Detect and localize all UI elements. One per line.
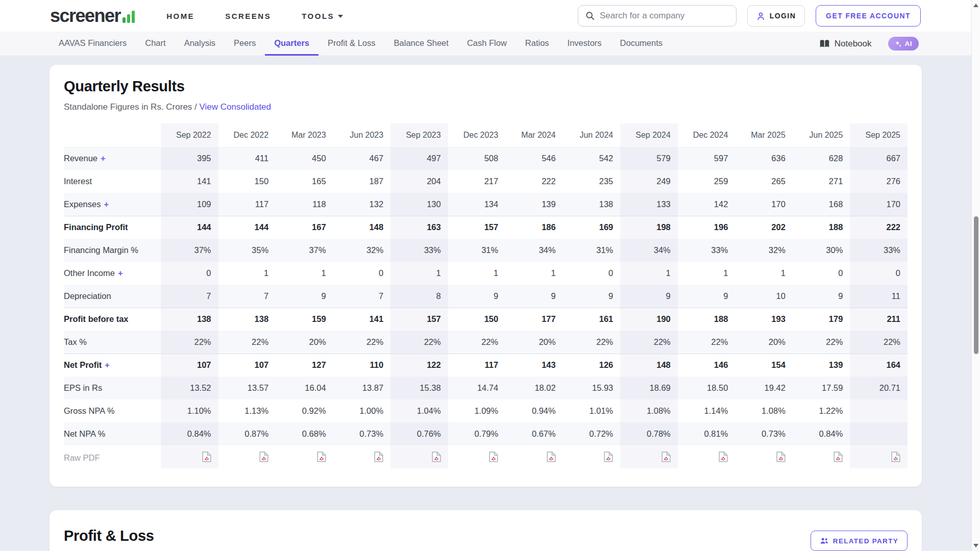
subnav-tab-balance-sheet[interactable]: Balance Sheet — [385, 32, 458, 56]
pdf-file-icon — [374, 452, 383, 462]
nav-item-screens[interactable]: SCREENS — [225, 12, 271, 20]
column-header-jun-2025: Jun 2025 — [793, 123, 850, 147]
pdf-cell — [678, 445, 736, 468]
raw-pdf-link[interactable] — [719, 452, 728, 464]
raw-pdf-link[interactable] — [489, 452, 498, 464]
pdf-file-icon — [719, 452, 728, 462]
value-cell: 0.81% — [678, 422, 736, 445]
scroll-up-button[interactable] — [973, 4, 978, 7]
row-label-text: Expenses — [64, 199, 101, 209]
expand-row-button[interactable]: + — [118, 268, 123, 278]
subnav-tab-documents[interactable]: Documents — [611, 32, 672, 56]
raw-pdf-link[interactable] — [374, 452, 383, 464]
subnav-tab-investors[interactable]: Investors — [558, 32, 611, 56]
value-cell: 193 — [735, 308, 793, 331]
value-cell: 222 — [505, 170, 563, 193]
quarterly-table: Sep 2022Dec 2022Mar 2023Jun 2023Sep 2023… — [64, 123, 908, 468]
scrollbar-thumb[interactable] — [974, 216, 978, 354]
raw-pdf-link[interactable] — [604, 452, 613, 464]
value-cell: 186 — [505, 216, 563, 239]
value-cell: 144 — [218, 216, 276, 239]
value-cell: 18.69 — [620, 377, 678, 399]
raw-pdf-link[interactable] — [259, 452, 268, 464]
value-cell: 14.74 — [448, 377, 506, 399]
value-cell: 154 — [735, 354, 793, 377]
raw-pdf-link[interactable] — [317, 452, 326, 464]
value-cell: 497 — [390, 147, 448, 170]
value-cell: 138 — [218, 308, 276, 331]
value-cell: 161 — [563, 308, 621, 331]
search-icon — [585, 11, 595, 21]
value-cell: 20% — [505, 331, 563, 354]
value-cell: 1 — [620, 262, 678, 285]
value-cell: 30% — [793, 239, 850, 262]
book-icon — [819, 39, 830, 48]
page-content: Quarterly Results Standalone Figures in … — [0, 56, 980, 551]
subnav-tab-peers[interactable]: Peers — [225, 32, 265, 56]
subnav-tab-cash-flow[interactable]: Cash Flow — [458, 32, 516, 56]
nav-item-home[interactable]: HOME — [166, 12, 194, 20]
pdf-file-icon — [662, 452, 671, 462]
value-cell: 177 — [505, 308, 563, 331]
value-cell: 222 — [850, 216, 908, 239]
table-header-row: Sep 2022Dec 2022Mar 2023Jun 2023Sep 2023… — [64, 123, 908, 147]
value-cell: 202 — [735, 216, 793, 239]
value-cell: 0.76% — [390, 422, 448, 445]
raw-pdf-link[interactable] — [662, 452, 671, 464]
subnav-tab-ratios[interactable]: Ratios — [516, 32, 558, 56]
raw-pdf-link[interactable] — [202, 452, 211, 464]
expand-row-button[interactable]: + — [105, 360, 110, 369]
user-icon — [756, 12, 765, 20]
pdf-file-icon — [489, 452, 498, 462]
related-party-label: RELATED PARTY — [833, 537, 898, 545]
subnav-tab-quarters[interactable]: Quarters — [265, 32, 318, 56]
raw-pdf-link[interactable] — [432, 452, 441, 464]
value-cell: 0.92% — [276, 399, 333, 422]
scroll-down-button[interactable] — [973, 544, 978, 547]
row-label-revenue: Revenue+ — [64, 147, 161, 170]
raw-pdf-link[interactable] — [891, 452, 900, 464]
value-cell: 1.09% — [448, 399, 506, 422]
search-input[interactable] — [600, 11, 729, 21]
subnav-tab-chart[interactable]: Chart — [136, 32, 175, 56]
raw-pdf-link[interactable] — [776, 452, 786, 464]
notebook-button[interactable]: Notebook — [819, 39, 872, 49]
pdf-file-icon — [259, 452, 268, 462]
pdf-cell — [793, 445, 850, 468]
expand-row-button[interactable]: + — [104, 199, 109, 209]
raw-pdf-link[interactable] — [547, 452, 556, 464]
table-row-tax: Tax %22%22%20%22%22%22%20%22%22%22%20%22… — [64, 331, 908, 354]
company-search[interactable] — [578, 5, 737, 27]
login-button[interactable]: LOGIN — [747, 5, 805, 27]
primary-nav: HOMESCREENSTOOLS — [166, 12, 343, 20]
value-cell: 467 — [333, 147, 391, 170]
view-consolidated-link[interactable]: View Consolidated — [200, 102, 272, 112]
value-cell: 196 — [678, 216, 736, 239]
subnav-tab-analysis[interactable]: Analysis — [175, 32, 225, 56]
subnav-tab-aavas-financiers[interactable]: AAVAS Financiers — [50, 32, 136, 56]
related-party-button[interactable]: RELATED PARTY — [811, 531, 908, 551]
bar-chart-icon — [122, 11, 135, 23]
value-cell: 10 — [735, 285, 793, 308]
row-label-gross-npa: Gross NPA % — [64, 399, 161, 422]
login-label: LOGIN — [770, 12, 796, 20]
screener-logo[interactable]: screener — [50, 7, 135, 24]
value-cell: 0.79% — [448, 422, 506, 445]
value-cell: 1 — [448, 262, 506, 285]
nav-item-tools[interactable]: TOOLS — [302, 12, 343, 20]
ai-button[interactable]: AI — [888, 37, 919, 51]
value-cell: 134 — [448, 193, 506, 216]
raw-pdf-link[interactable] — [834, 452, 843, 464]
value-cell: 0.68% — [276, 422, 333, 445]
table-row-depreciation: Depreciation779789999910911 — [64, 285, 908, 308]
value-cell — [850, 399, 908, 422]
expand-row-button[interactable]: + — [101, 154, 106, 163]
value-cell: 1 — [218, 262, 276, 285]
subnav-tab-profit-loss[interactable]: Profit & Loss — [318, 32, 385, 56]
value-cell: 126 — [563, 354, 621, 377]
value-cell: 144 — [161, 216, 218, 239]
page-scrollbar[interactable] — [971, 0, 980, 551]
value-cell: 18.02 — [505, 377, 563, 399]
get-free-account-button[interactable]: GET FREE ACCOUNT — [816, 5, 921, 27]
ai-label: AI — [905, 40, 913, 47]
